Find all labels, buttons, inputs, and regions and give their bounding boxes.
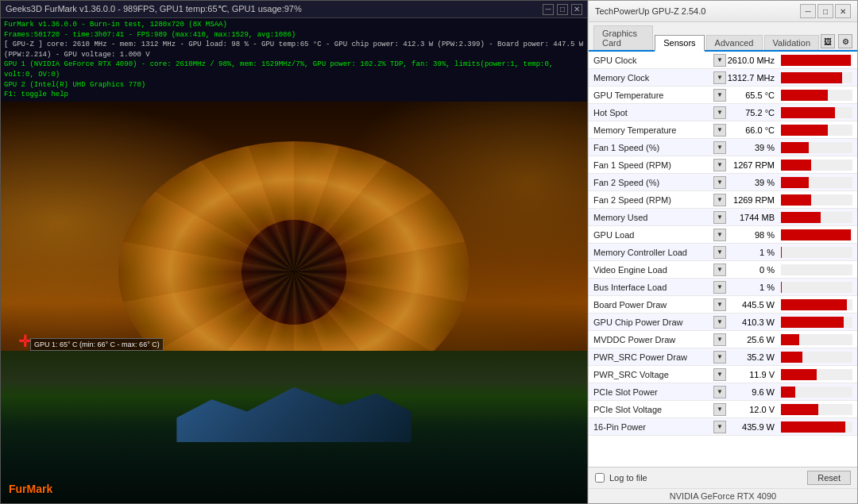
sensor-name: Fan 1 Speed (RPM) (590, 160, 713, 170)
gpuz-sensors-list: GPU Clock▼2610.0 MHzMemory Clock▼1312.7 … (589, 52, 857, 467)
log-to-file-checkbox[interactable] (595, 473, 605, 483)
sensor-dropdown-btn[interactable]: ▼ (713, 194, 726, 206)
sensor-bar (781, 387, 795, 398)
sensor-bar (781, 352, 802, 363)
sensor-dropdown-btn[interactable]: ▼ (713, 421, 726, 433)
sensor-name: Memory Used (590, 213, 713, 222)
gpuz-footer: Log to file Reset (589, 467, 857, 488)
sensor-row: PWR_SRC Voltage▼11.9 V (589, 366, 857, 383)
sensor-row: MVDDC Power Draw▼25.6 W (589, 331, 857, 348)
sensor-bar (781, 369, 817, 380)
sensor-dropdown-btn[interactable]: ▼ (713, 176, 726, 189)
sensor-name: Video Engine Load (590, 265, 713, 275)
tab-graphics-card[interactable]: Graphics Card (593, 25, 653, 50)
sensor-dropdown-btn[interactable]: ▼ (713, 281, 726, 294)
sensor-bar (781, 299, 847, 310)
furmark-info-line-2: Frames:501720 - time:3h07:41 - FPS:989 (… (4, 30, 584, 40)
sensor-value: 39 % (726, 143, 778, 152)
sensor-dropdown-btn[interactable]: ▼ (713, 368, 726, 381)
sensor-row: GPU Temperature▼65.5 °C (589, 87, 857, 104)
sensor-name: GPU Chip Power Draw (590, 317, 713, 327)
sensor-bar (781, 229, 851, 240)
sensor-dropdown-btn[interactable]: ▼ (713, 386, 726, 398)
tab-advanced[interactable]: Advanced (706, 35, 763, 50)
gpuz-tab-bar: Graphics Card Sensors Advanced Validatio… (589, 22, 857, 52)
sensor-bar-container (781, 352, 852, 363)
sensor-dropdown-btn[interactable]: ▼ (713, 71, 726, 84)
sensor-dropdown-btn[interactable]: ▼ (713, 298, 726, 311)
sensor-row: Memory Temperature▼66.0 °C (589, 121, 857, 139)
sensor-bar-container (781, 387, 852, 398)
sensor-bar (781, 404, 818, 415)
gpuz-icon-buttons: 🖼 ⚙ (821, 34, 852, 50)
sensor-row: Hot Spot▼75.2 °C (589, 104, 857, 121)
sensor-dropdown-btn[interactable]: ▼ (713, 316, 726, 329)
sensor-value: 12.0 V (726, 405, 778, 414)
sensor-value: 1744 MB (726, 213, 778, 222)
furmark-info-line-5: GPU 2 (Intel(R) UHD Graphics 770) (4, 80, 584, 90)
furmark-landscape (1, 351, 587, 503)
sensor-bar-container (781, 55, 852, 66)
furmark-logo: FurMark (9, 483, 52, 495)
sensor-dropdown-btn[interactable]: ▼ (713, 89, 726, 102)
sensor-name: GPU Temperature (590, 90, 713, 100)
sensor-row: Video Engine Load▼0 % (589, 261, 857, 279)
reset-button[interactable]: Reset (807, 471, 851, 485)
sensor-dropdown-btn[interactable]: ▼ (713, 106, 726, 119)
furmark-title: Geeks3D FurMark v1.36.0.0 - 989FPS, GPU1… (6, 4, 302, 14)
furmark-info-line-1: FurMark v1.36.0.0 - Burn-in test, 1280x7… (4, 20, 584, 30)
sensor-row: Fan 2 Speed (RPM)▼1269 RPM (589, 191, 857, 209)
gpuz-maximize-btn[interactable]: □ (817, 4, 833, 18)
sensor-dropdown-btn[interactable]: ▼ (713, 229, 726, 241)
tab-validation[interactable]: Validation (764, 35, 820, 50)
sensor-dropdown-btn[interactable]: ▼ (713, 124, 726, 137)
gpuz-minimize-btn[interactable]: ─ (800, 4, 816, 18)
gpuz-screenshot-icon[interactable]: 🖼 (821, 34, 835, 48)
tab-sensors[interactable]: Sensors (655, 35, 704, 52)
sensor-row: PCIe Slot Power▼9.6 W (589, 383, 857, 401)
sensor-name: Hot Spot (590, 108, 713, 117)
sensor-row: Fan 1 Speed (%)▼39 % (589, 139, 857, 156)
sensor-bar-container (781, 404, 852, 415)
sensor-name: PWR_SRC Voltage (590, 370, 713, 379)
gpuz-window: TechPowerUp GPU-Z 2.54.0 ─ □ ✕ Graphics … (588, 0, 858, 504)
sensor-dropdown-btn[interactable]: ▼ (713, 211, 726, 224)
sensor-dropdown-btn[interactable]: ▼ (713, 159, 726, 171)
furmark-close-btn[interactable]: ✕ (571, 4, 582, 15)
sensor-dropdown-btn[interactable]: ▼ (713, 141, 726, 154)
sensor-bar (781, 282, 782, 293)
sensor-value: 65.5 °C (726, 90, 778, 100)
furmark-window-controls: ─ □ ✕ (543, 4, 582, 15)
sensor-dropdown-btn[interactable]: ▼ (713, 246, 726, 259)
furmark-maximize-btn[interactable]: □ (557, 4, 568, 15)
sensor-value: 1267 RPM (726, 160, 778, 170)
sensor-bar (781, 247, 782, 258)
sensor-dropdown-btn[interactable]: ▼ (713, 403, 726, 416)
furmark-minimize-btn[interactable]: ─ (543, 4, 554, 15)
sensor-name: MVDDC Power Draw (590, 335, 713, 344)
sensor-name: 16-Pin Power (590, 422, 713, 432)
sensor-row: GPU Clock▼2610.0 MHz (589, 52, 857, 69)
sensor-bar (781, 107, 835, 118)
sensor-dropdown-btn[interactable]: ▼ (713, 351, 726, 364)
gpuz-window-controls: ─ □ ✕ (800, 4, 851, 18)
gpuz-close-btn[interactable]: ✕ (835, 4, 851, 18)
gpuz-title: TechPowerUp GPU-Z 2.54.0 (595, 6, 705, 16)
sensor-value: 9.6 W (726, 387, 778, 397)
sensor-bar-container (781, 229, 852, 240)
sensor-dropdown-btn[interactable]: ▼ (713, 333, 726, 346)
sensor-name: PCIe Slot Power (590, 387, 713, 397)
sensor-row: GPU Chip Power Draw▼410.3 W (589, 314, 857, 331)
sensor-value: 1 % (726, 283, 778, 292)
furmark-gpu-temp-label: GPU 1: 65° C (min: 66° C - max: 66° C) (30, 338, 164, 351)
furmark-info-line-6: F1: toggle help (4, 90, 584, 100)
gpuz-settings-icon[interactable]: ⚙ (838, 34, 852, 48)
sensor-dropdown-btn[interactable]: ▼ (713, 264, 726, 276)
sensor-bar-container (781, 125, 852, 136)
sensor-value: 1 % (726, 248, 778, 257)
sensor-value: 39 % (726, 178, 778, 187)
sensor-name: PWR_SRC Power Draw (590, 352, 713, 362)
sensor-dropdown-btn[interactable]: ▼ (713, 54, 726, 67)
sensor-value: 66.0 °C (726, 125, 778, 135)
sensor-row: Memory Used▼1744 MB (589, 209, 857, 226)
